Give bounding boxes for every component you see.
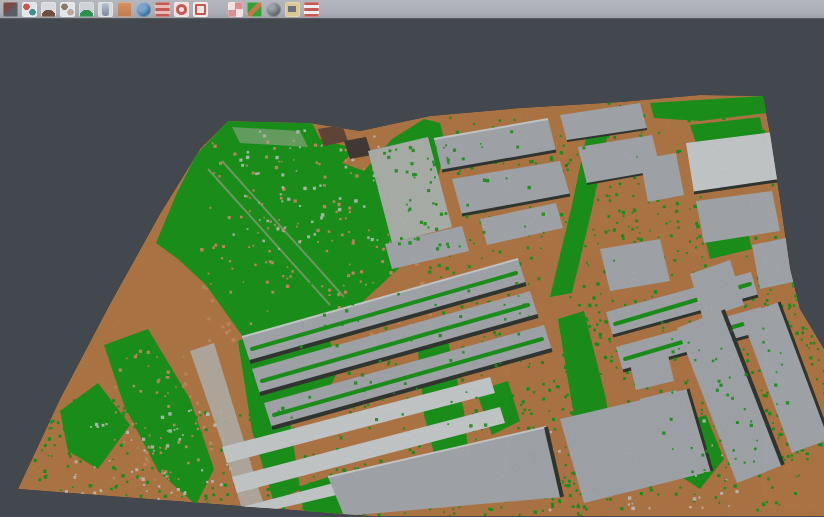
profile-bar-icon[interactable] <box>98 2 113 17</box>
dem-hill-icon[interactable] <box>79 2 94 17</box>
note-tag-icon[interactable] <box>285 2 300 17</box>
main-toolbar <box>0 0 824 19</box>
application-window <box>0 0 824 517</box>
merge-points-icon[interactable] <box>22 2 37 17</box>
target-ring-icon[interactable] <box>174 2 189 17</box>
grid-checker-icon[interactable] <box>228 2 243 17</box>
point-cloud-grain <box>0 89 824 516</box>
sample-points-icon[interactable] <box>60 2 75 17</box>
open-cloud-icon[interactable] <box>3 2 18 17</box>
render-sphere-icon[interactable] <box>266 2 281 17</box>
layers-icon[interactable] <box>155 2 170 17</box>
terrain-mound-icon[interactable] <box>41 2 56 17</box>
globe-icon[interactable] <box>136 2 151 17</box>
viewport-3d-canvas[interactable] <box>0 19 824 516</box>
flag-stripe-icon[interactable] <box>304 2 319 17</box>
zoom-extents-icon[interactable] <box>193 2 208 17</box>
toolbar-separator <box>212 9 224 10</box>
orthophoto-icon[interactable] <box>117 2 132 17</box>
classification-palette-icon[interactable] <box>247 2 262 17</box>
